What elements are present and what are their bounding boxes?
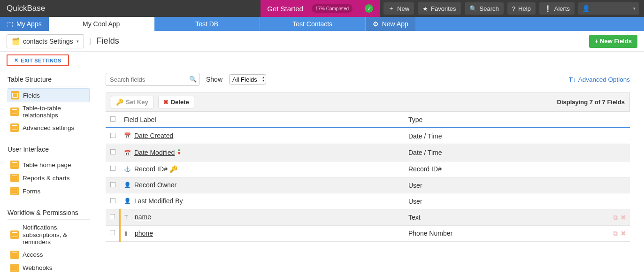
display-count: Displaying 7 of 7 Fields <box>557 99 625 106</box>
user-menu[interactable]: 👤 ▾ <box>578 2 639 15</box>
sidebar-item-advanced[interactable]: Advanced settings <box>8 121 90 134</box>
show-filter-select[interactable]: All Fields <box>229 74 266 84</box>
table-settings-dropdown[interactable]: 🗂️ contacts Settings ▾ <box>7 34 84 48</box>
field-label-link[interactable]: Last Modified By <box>134 197 183 205</box>
field-type-cell: Record ID# <box>405 161 602 177</box>
my-apps-tab[interactable]: ⬚ My Apps <box>0 17 49 31</box>
row-checkbox[interactable] <box>110 166 115 171</box>
star-icon: ★ <box>422 5 428 12</box>
field-type-icon: 📅 <box>124 132 131 140</box>
set-key-button[interactable]: 🔑Set Key <box>111 96 153 108</box>
sort-indicator-icon: ▲▼ <box>176 148 181 155</box>
tab-test-db[interactable]: Test DB <box>154 17 260 31</box>
key-icon: 🔑 <box>169 165 177 173</box>
field-type-cell: Text <box>405 209 602 225</box>
alerts-button[interactable]: ❕Alerts <box>539 2 575 15</box>
sidebar-item-access[interactable]: Access <box>8 248 90 261</box>
sidebar-item-homepage[interactable]: Table home page <box>8 158 90 171</box>
breadcrumb-chevron-icon: ⟩ <box>89 36 92 46</box>
field-type-cell: Phone Number <box>405 225 602 241</box>
field-label-link[interactable]: Record ID# <box>134 165 168 173</box>
field-label-link[interactable]: name <box>135 213 151 221</box>
get-started-panel[interactable]: Get Started 17% Completed ✓ <box>261 0 380 17</box>
forms-icon <box>10 187 19 195</box>
delete-row-icon[interactable]: ✖ <box>621 214 626 221</box>
lock-icon <box>10 251 19 259</box>
sidebar-heading-workflow: Workflow & Permissions <box>8 206 90 220</box>
sidebar-item-webhooks[interactable]: Webhooks <box>8 261 90 275</box>
brand-logo: QuickBase <box>0 4 52 13</box>
field-label-link[interactable]: Record Owner <box>134 181 176 189</box>
table-row: 📅Date Modified▲▼Date / Time <box>106 144 630 161</box>
table-row: 👤Last Modified ByUser <box>106 193 630 209</box>
favorites-button[interactable]: ★Favorites <box>418 2 460 15</box>
search-button-top[interactable]: 🔍Search <box>465 2 504 15</box>
field-type-cell: Date / Time <box>405 144 602 161</box>
row-checkbox[interactable] <box>110 230 115 236</box>
sidebar-item-notifications[interactable]: Notifications, subscriptions, & reminder… <box>8 222 90 248</box>
bell-icon <box>10 230 19 239</box>
field-type-icon: ▮ <box>124 230 132 238</box>
row-checkbox[interactable] <box>110 214 115 220</box>
fields-table: Field Label Type 📅Date CreatedDate / Tim… <box>106 112 630 242</box>
search-icon: 🔍 <box>189 76 197 83</box>
field-type-icon: T <box>124 214 132 222</box>
field-type-cell: User <box>405 177 602 193</box>
field-type-icon: 📅 <box>124 150 131 157</box>
fields-icon <box>11 91 19 100</box>
sidebar-item-fields[interactable]: Fields <box>8 88 90 102</box>
cube-icon: ⬚ <box>7 20 13 28</box>
search-fields-input[interactable] <box>106 73 199 86</box>
top-bar: QuickBase Get Started 17% Completed ✓ ＋N… <box>0 0 644 17</box>
copy-icon[interactable]: ⧉ <box>613 214 618 221</box>
chevron-down-icon: ▾ <box>77 39 79 44</box>
row-checkbox[interactable] <box>110 198 115 203</box>
tab-my-cool-app[interactable]: My Cool App <box>49 17 154 31</box>
folder-gear-icon: 🗂️ <box>12 38 20 45</box>
field-label-link[interactable]: phone <box>135 230 153 237</box>
help-icon: ? <box>512 5 515 12</box>
page-header: 🗂️ contacts Settings ▾ ⟩ Fields + New Fi… <box>0 31 644 52</box>
sidebar-item-relationships[interactable]: Table-to-table relationships <box>8 102 90 121</box>
table-row: 👤Record OwnerUser <box>106 177 630 193</box>
gear-icon: ⚙ <box>373 20 379 28</box>
row-checkbox[interactable] <box>110 182 115 187</box>
sidebar-heading-ui: User Interface <box>8 143 90 156</box>
tab-test-contacts[interactable]: Test Contacts <box>260 17 366 31</box>
table-row: ⚓Record ID#🔑Record ID# <box>106 161 630 177</box>
sidebar-item-forms[interactable]: Forms <box>8 184 90 198</box>
exit-settings-link[interactable]: ✕ EXIT SETTINGS <box>14 57 61 63</box>
delete-row-icon[interactable]: ✖ <box>621 230 626 237</box>
new-fields-button[interactable]: + New Fields <box>589 35 637 48</box>
col-type[interactable]: Type <box>405 112 602 128</box>
webhooks-icon <box>10 264 19 272</box>
alert-icon: ❕ <box>544 5 552 12</box>
field-type-cell: Date / Time <box>405 128 602 144</box>
field-type-icon: 👤 <box>124 198 131 205</box>
advanced-options-link[interactable]: T↓ Advanced Options <box>569 76 630 83</box>
table-row: TnameText⧉✖ <box>106 209 630 225</box>
progress-pill: 17% Completed <box>312 4 353 13</box>
field-label-link[interactable]: Date Created <box>134 132 173 139</box>
show-label: Show <box>206 76 222 83</box>
main-content: 🔍 Show All Fields ▴▾ T↓ Advanced Options… <box>92 68 644 275</box>
row-checkbox[interactable] <box>110 149 115 155</box>
delete-button[interactable]: ✖Delete <box>158 96 194 108</box>
row-checkbox[interactable] <box>110 132 115 138</box>
check-icon: ✓ <box>365 4 373 13</box>
reports-icon <box>10 174 19 182</box>
new-app-tab[interactable]: ⚙ New App <box>366 17 415 31</box>
field-label-link[interactable]: Date Modified <box>134 149 175 156</box>
action-toolbar: 🔑Set Key ✖Delete Displaying 7 of 7 Field… <box>106 92 630 112</box>
help-button[interactable]: ?Help <box>507 2 536 15</box>
select-all-checkbox[interactable] <box>110 116 115 122</box>
col-field-label[interactable]: Field Label <box>120 112 405 128</box>
sidebar-item-reports[interactable]: Reports & charts <box>8 171 90 184</box>
home-icon <box>10 161 19 169</box>
caret-down-icon: ▾ <box>633 6 636 11</box>
sliders-icon: T↓ <box>569 76 576 83</box>
close-icon: ✕ <box>14 57 18 63</box>
copy-icon[interactable]: ⧉ <box>613 230 618 237</box>
new-button[interactable]: ＋New <box>383 2 414 15</box>
table-row: ▮phonePhone Number⧉✖ <box>106 225 630 241</box>
